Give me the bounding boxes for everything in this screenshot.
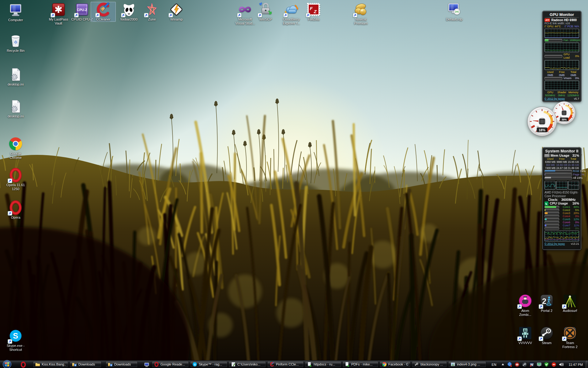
taskbar-button-piriform-ccle[interactable]: Piriform CCle...: [267, 361, 303, 367]
desktop-icon-opera-11-61-1250[interactable]: Opera 11.61 1250: [3, 167, 28, 191]
cpu-clock-label: Clock:: [548, 198, 558, 201]
cpu-name: AMD FX(tm)-8150 Eight-Core Processor: [545, 191, 579, 198]
icon-label: Team Fortress 2: [562, 341, 578, 349]
shortcut-arrow-icon: [51, 13, 55, 17]
desktop-icon-steam[interactable]: Steam: [534, 325, 559, 345]
taskbar-button-label: Facebook - G...: [388, 362, 408, 366]
winscp-icon: [258, 2, 273, 17]
show-hidden-icons-chevron[interactable]: [502, 363, 504, 365]
desktop-icon-foobar2000[interactable]: foobar2000: [116, 2, 141, 22]
desktop-icon-my-lastpass-vault[interactable]: ✱My LastPass Vault: [46, 2, 71, 26]
ini-file-icon: [8, 67, 23, 82]
desktop-icon-opera[interactable]: Opera: [3, 200, 28, 220]
shortcut-arrow-icon: [353, 13, 357, 17]
icon-label: Winamp: [170, 17, 183, 21]
desktop-icon-recycle-bin[interactable]: ♻Recycle Bin: [3, 33, 28, 53]
vmem-graph: [545, 81, 579, 90]
icon-label: Audiosurf: [563, 309, 577, 313]
wallpaper-grass: [0, 0, 588, 368]
desktop-icon-team-fortress-2[interactable]: Team Fortress 2: [557, 325, 582, 349]
icon-label: Navicat Premium: [354, 17, 368, 25]
desktop-icon-desktop-ini[interactable]: desktop.ini: [3, 67, 28, 87]
icon-label: desktop.ini: [8, 114, 24, 118]
gpu-load-bar: [545, 55, 562, 58]
desktop-icon-zune[interactable]: Zune: [139, 2, 164, 22]
cpu-ram-gauges[interactable]: 39%18%: [521, 100, 586, 144]
shortcut-arrow-icon: [74, 13, 79, 17]
show-desktop-button[interactable]: [585, 361, 588, 368]
desktop-icon-google-chrome[interactable]: Google Chrome: [3, 136, 28, 160]
taskbar-button-httpdocs-ru[interactable]: httpdocs - ru...: [305, 361, 341, 367]
gpu-monitor-gadget[interactable]: GPU Monitor ATI Radeon HD 6900 PCI-E lin…: [542, 11, 581, 102]
vram-headers: UsedFreeTotal: [545, 71, 579, 74]
start-button[interactable]: [2, 360, 12, 368]
pinned-taskbar-icon-opera[interactable]: [20, 362, 26, 368]
taskbar-button-pdfs-mike[interactable]: PDFs - mike...: [343, 361, 378, 367]
gpu-load-graph: [545, 60, 579, 70]
desktop-icon-filezilla[interactable]: FZFileZilla: [301, 2, 326, 22]
gadget-version: v13.21: [571, 242, 579, 246]
cloudberry-icon: [284, 2, 299, 17]
desktop-icon-audiosurf[interactable]: Audiosurf: [557, 293, 582, 313]
taskbar-button-blacksnoopy[interactable]: blacksnoopy ...: [412, 361, 447, 367]
ccleaner-icon: [96, 2, 111, 17]
tray-icon-skype-dnd[interactable]: [551, 362, 556, 367]
memory-table-row: 6350 MB9980 MB15.95 GB: [545, 160, 579, 163]
svg-text:S: S: [13, 331, 18, 340]
taskbar-button-skype-rag[interactable]: SSkype™ - rag...: [190, 361, 227, 367]
taskbar-button-facebook-g[interactable]: Facebook - G...: [380, 361, 410, 367]
computer-icon: [8, 3, 23, 17]
audiosurf-icon: [563, 293, 577, 308]
taskbar-button-label: Piriform CCle...: [276, 362, 299, 366]
language-indicator[interactable]: EN: [489, 361, 499, 368]
shortcut-arrow-icon: [237, 13, 242, 17]
taskbar-icon-monitor[interactable]: [144, 362, 149, 367]
desktop-icon-skype-exe-shortcut[interactable]: SSkype.exe - Shortcut: [3, 328, 28, 352]
skype-icon: S: [192, 362, 197, 367]
taskbar-button-downloads[interactable]: Downloads: [106, 361, 138, 367]
desktop-icon-computer[interactable]: Computer: [3, 2, 28, 22]
icon-label: Opera 11.61 1250: [6, 183, 25, 191]
gadget-author-link[interactable]: © 2012 by Igogo: [545, 242, 565, 246]
taskbar-button-label: Downloads: [78, 362, 95, 366]
desktop-icon-cloudberry-explorer-f[interactable]: CloudBerry Explorer f...: [279, 2, 304, 26]
tray-icon-mail-notifier[interactable]: [514, 362, 520, 367]
taskbar-button-label: httpdocs - ru...: [314, 362, 335, 366]
folder-icon: [35, 362, 40, 367]
tray-icon-display-settings[interactable]: [537, 362, 542, 367]
desktop-icon-portal-2[interactable]: 2Portal 2: [534, 293, 559, 313]
taskbar-button-label: blacksnoopy ...: [420, 362, 443, 366]
tray-icon-volume[interactable]: [559, 362, 564, 367]
desktop-icon-desktop-ini[interactable]: desktop.ini: [3, 99, 28, 119]
system-monitor-gadget[interactable]: System Monitor II Mem Usage 31% UsedFree…: [542, 148, 581, 250]
taskbar-button-label: PDFs - mike...: [351, 362, 373, 366]
ram-usage-bar: RAM39%: [545, 170, 579, 173]
desktop-icon-default-rdp[interactable]: ><Default.rdp: [442, 2, 467, 22]
ini-file-icon: [8, 99, 23, 114]
desktop-icon-winamp[interactable]: Winamp: [164, 2, 189, 22]
gpu-monitor-title: GPU Monitor: [545, 12, 579, 17]
icon-label: Skype.exe - Shortcut: [7, 344, 24, 352]
taskbar-button-index4-3-png[interactable]: index4-3.png ...: [448, 361, 486, 367]
cpu-gauge[interactable]: 18%: [527, 107, 557, 136]
shortcut-arrow-icon: [283, 13, 288, 17]
taskbar-button-c-users-niko[interactable]: C:\Users\niko...: [229, 361, 266, 367]
fan-graph: [545, 43, 579, 52]
svg-text:CPU-Z: CPU-Z: [77, 8, 87, 12]
tray-icon-security-shield[interactable]: [544, 362, 549, 367]
taskbar-button-label: Downloads: [114, 362, 131, 366]
desktop-icon-navicat-premium[interactable]: Navicat Premium: [348, 2, 373, 26]
vmem-value: 0%: [575, 77, 579, 80]
taskbar-button-google-reade[interactable]: Google Reade...: [152, 361, 189, 367]
tray-icon-steam-tray[interactable]: [522, 362, 527, 367]
icon-label: VVVVVV: [518, 341, 532, 345]
tray-icon-globe-download[interactable]: [507, 362, 512, 367]
taskbar-button-downloads[interactable]: Downloads: [70, 361, 101, 367]
taskbar-button-kiss-kiss-bang[interactable]: Kiss.Kiss.Bang...: [33, 361, 68, 367]
desktop-icon-ccleaner[interactable]: CCleaner: [91, 2, 116, 22]
desktop-icon-winscp[interactable]: WinSCP: [253, 2, 278, 22]
steam-icon: [414, 362, 419, 367]
tray-icon-word-w[interactable]: W: [529, 362, 534, 367]
zune-icon: [145, 2, 159, 17]
taskbar-clock[interactable]: 11:47 PM: [567, 361, 585, 368]
